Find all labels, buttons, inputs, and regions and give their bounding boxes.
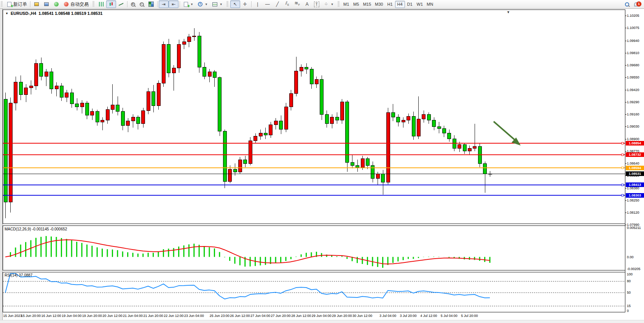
separator bbox=[251, 1, 252, 7]
price-level-tag: 1.08854 bbox=[626, 141, 644, 146]
toolbar-grip[interactable] bbox=[1, 1, 3, 7]
time-axis[interactable]: 15 Jun 202315 Jun 20:0016 Jun 12:0019 Ju… bbox=[3, 313, 625, 319]
chart-shift-button[interactable]: ⇤ bbox=[169, 0, 179, 8]
time-tick-label: 27 Jun 20:00 bbox=[271, 314, 291, 318]
tile-windows-button[interactable] bbox=[146, 0, 156, 8]
toolbar-grip[interactable] bbox=[92, 1, 94, 7]
candlestick-chart-icon bbox=[109, 2, 113, 6]
time-tick-label: 5 Jul 04:00 bbox=[441, 314, 457, 318]
equidistant-channel-tool-button[interactable]: ⫽E bbox=[282, 0, 292, 8]
trendline-icon: ╱ bbox=[274, 1, 281, 7]
price-tick-label: 1.09680 bbox=[627, 63, 639, 67]
indicator-axis-label: 15 bbox=[627, 304, 631, 308]
templates-icon bbox=[212, 2, 217, 6]
market-watch-button[interactable] bbox=[41, 0, 51, 8]
bar-chart-button[interactable] bbox=[96, 0, 106, 8]
timeframe-toolbar: M1M5M15M30H1H4D1W1MN bbox=[340, 0, 436, 9]
time-tick-label: 25 Jun 23:00 bbox=[210, 314, 230, 318]
time-tick-label: 22 Jun 12:00 bbox=[164, 314, 183, 318]
profile-button[interactable] bbox=[32, 0, 41, 8]
time-tick-label: 28 Jun 12:00 bbox=[291, 314, 311, 318]
auto-trading-button[interactable]: 自动交易 bbox=[61, 0, 91, 8]
cursor-icon: ↖ bbox=[232, 1, 238, 7]
price-tick bbox=[625, 139, 626, 139]
price-tick bbox=[625, 102, 626, 102]
price-axis-border bbox=[625, 10, 625, 312]
auto-scroll-button[interactable]: ⇥ bbox=[159, 0, 169, 8]
cursor-tool-button[interactable]: ↖ bbox=[230, 0, 240, 8]
timeframe-button-w1[interactable]: W1 bbox=[415, 1, 425, 8]
timeframe-button-h1[interactable]: H1 bbox=[385, 1, 395, 8]
line-chart-button[interactable] bbox=[116, 0, 126, 8]
toolbar-grip[interactable] bbox=[226, 1, 228, 7]
bar-chart-icon bbox=[99, 2, 104, 6]
price-tick bbox=[625, 16, 626, 16]
profile-icon bbox=[34, 2, 39, 6]
periods-button[interactable]: ▼ bbox=[195, 0, 210, 8]
zoom-out-button[interactable]: − bbox=[137, 0, 146, 8]
timeframe-button-mn[interactable]: MN bbox=[425, 1, 435, 8]
vertical-line-tool-button[interactable]: | bbox=[253, 0, 263, 8]
quote-expand-icon[interactable]: ▼ bbox=[5, 12, 8, 15]
rsi-panel[interactable] bbox=[3, 272, 625, 312]
new-order-label: 新订单 bbox=[13, 1, 27, 8]
macd-panel[interactable] bbox=[3, 225, 625, 270]
candlestick-chart-button[interactable] bbox=[106, 0, 116, 8]
arrows-tool-button[interactable]: ⁘▼ bbox=[321, 0, 336, 8]
window-left-edge bbox=[0, 9, 3, 323]
price-level-tag: 1.08732 bbox=[626, 152, 644, 157]
fibonacci-icon: ≋F bbox=[294, 0, 300, 8]
indicators-icon bbox=[184, 2, 188, 7]
toolbar-grip[interactable] bbox=[338, 1, 340, 7]
timeframe-button-m15[interactable]: M15 bbox=[361, 1, 373, 8]
indicator-axis-label: 0 bbox=[627, 309, 629, 313]
macd-label: MACD(12,26,9) -0.001145 -0.000652 bbox=[5, 227, 67, 231]
time-tick-label: 21 Jun 04:00 bbox=[123, 314, 143, 318]
trendline-tool-button[interactable]: ╱ bbox=[273, 0, 282, 8]
zoom-in-button[interactable]: + bbox=[129, 0, 137, 8]
chart-shift-marker[interactable]: ▼ bbox=[507, 10, 510, 14]
main-chart-panel[interactable] bbox=[3, 10, 625, 224]
time-tick-label: 21 Jun 20:00 bbox=[143, 314, 163, 318]
timeframe-button-h4[interactable]: H4 bbox=[395, 1, 405, 8]
community-chat-icon[interactable]: 1 bbox=[634, 2, 639, 6]
fibonacci-tool-button[interactable]: ≋F bbox=[292, 0, 302, 8]
price-tick bbox=[625, 114, 626, 115]
price-tick-label: 1.09550 bbox=[627, 75, 639, 79]
timeframe-button-m1[interactable]: M1 bbox=[341, 1, 351, 8]
timeframe-button-m5[interactable]: M5 bbox=[351, 1, 361, 8]
time-tick-label: 15 Jun 2023 bbox=[3, 314, 22, 318]
timeframe-button-m30[interactable]: M30 bbox=[373, 1, 385, 8]
status-strip bbox=[0, 320, 644, 323]
price-tick bbox=[625, 151, 626, 152]
horizontal-line-tool-button[interactable]: — bbox=[263, 0, 273, 8]
text-tool-button[interactable]: A bbox=[302, 0, 312, 8]
signals-icon bbox=[54, 2, 59, 6]
dropdown-caret-icon: ▼ bbox=[205, 3, 208, 6]
auto-scroll-icon: ⇥ bbox=[161, 1, 167, 7]
text-label-tool-button[interactable]: T bbox=[312, 0, 321, 8]
new-order-button[interactable]: 新订单 bbox=[5, 0, 29, 8]
price-tick-label: 1.10205 bbox=[627, 14, 639, 18]
price-tick-label: 1.09290 bbox=[627, 100, 639, 104]
search-icon[interactable] bbox=[625, 2, 629, 6]
time-tick-label: 15 Jun 20:00 bbox=[21, 314, 41, 318]
indicators-button[interactable]: ▼ bbox=[181, 0, 195, 8]
price-tick bbox=[625, 77, 626, 78]
indicator-axis-label: 50 bbox=[627, 291, 631, 294]
vertical-line-icon: | bbox=[255, 1, 261, 7]
timeframe-button-d1[interactable]: D1 bbox=[405, 1, 415, 8]
price-tick-label: 1.09940 bbox=[627, 39, 639, 43]
separator bbox=[127, 1, 128, 7]
separator bbox=[30, 1, 30, 7]
time-tick-label: 19 Jun 04:00 bbox=[62, 314, 81, 318]
price-tick bbox=[625, 28, 626, 28]
price-tick-label: 1.08120 bbox=[627, 211, 639, 214]
auto-trading-icon bbox=[64, 2, 69, 6]
chart-shift-icon: ⇤ bbox=[171, 1, 177, 7]
indicator-axis-label: 0.005211 bbox=[627, 226, 641, 230]
signals-button[interactable] bbox=[51, 0, 61, 8]
templates-button[interactable]: ▼ bbox=[210, 0, 225, 8]
separator bbox=[157, 1, 158, 7]
crosshair-tool-button[interactable]: ✛ bbox=[240, 0, 250, 8]
